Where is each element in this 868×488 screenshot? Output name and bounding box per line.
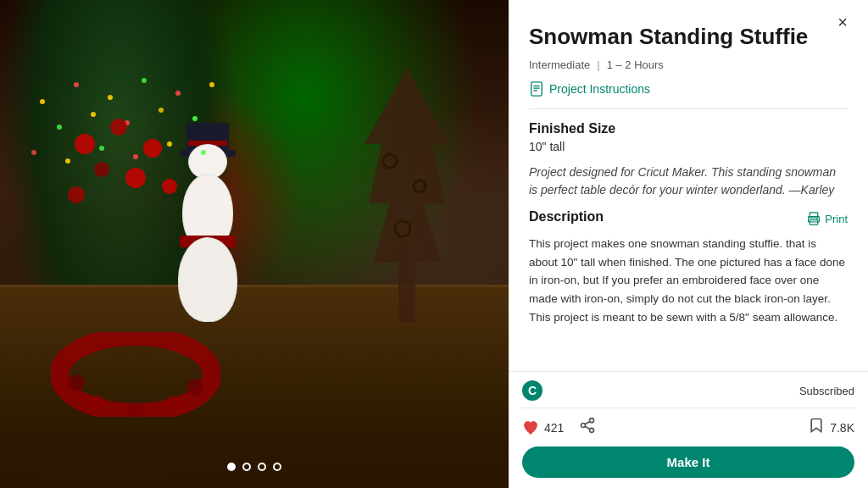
print-button[interactable]: Print bbox=[807, 212, 848, 225]
project-title: Snowman Standing Stuffie bbox=[529, 24, 848, 50]
svg-point-12 bbox=[108, 95, 113, 100]
print-label: Print bbox=[825, 213, 848, 225]
main-image bbox=[0, 0, 509, 488]
dot-2[interactable] bbox=[242, 463, 251, 471]
svg-point-41 bbox=[816, 219, 818, 220]
bookmark-button[interactable] bbox=[808, 417, 825, 438]
cricut-icon: C bbox=[522, 380, 542, 401]
dot-1[interactable] bbox=[227, 463, 236, 471]
finished-size-section: Finished Size 10" tall bbox=[529, 121, 848, 153]
like-count: 421 bbox=[544, 421, 564, 435]
instructions-label: Project Instructions bbox=[549, 82, 650, 96]
svg-point-27 bbox=[75, 134, 95, 154]
bookmark-section: 7.8K bbox=[808, 417, 854, 438]
svg-rect-38 bbox=[810, 213, 818, 218]
svg-point-8 bbox=[165, 396, 182, 413]
like-button[interactable] bbox=[522, 419, 539, 436]
svg-line-46 bbox=[586, 421, 591, 424]
detail-panel: × Snowman Standing Stuffie Intermediate … bbox=[509, 0, 868, 488]
wooden-tree bbox=[356, 59, 458, 334]
tree-ornaments bbox=[34, 102, 203, 274]
svg-point-31 bbox=[125, 168, 146, 188]
svg-point-42 bbox=[590, 419, 594, 423]
divider-1 bbox=[529, 108, 848, 109]
svg-point-32 bbox=[68, 186, 85, 203]
svg-point-43 bbox=[581, 424, 586, 428]
project-blurb: Project designed for Cricut Maker. This … bbox=[529, 164, 848, 199]
difficulty-label: Intermediate bbox=[529, 58, 590, 71]
finished-size-label: Finished Size bbox=[529, 121, 848, 136]
svg-line-45 bbox=[586, 426, 591, 429]
description-label: Description bbox=[529, 209, 604, 225]
svg-point-15 bbox=[209, 82, 214, 87]
bookmark-count: 7.8K bbox=[830, 421, 854, 435]
bottom-spacer bbox=[529, 326, 848, 340]
dot-4[interactable] bbox=[273, 463, 281, 471]
svg-point-6 bbox=[89, 396, 106, 413]
share-button[interactable] bbox=[579, 417, 596, 438]
svg-point-5 bbox=[68, 374, 85, 391]
svg-rect-34 bbox=[531, 82, 542, 96]
subscribed-row: C Subscribed bbox=[522, 372, 854, 408]
description-header: Description Print bbox=[529, 209, 848, 228]
make-it-button[interactable]: Make It bbox=[522, 446, 854, 478]
description-text: This project makes one snowman standing … bbox=[529, 235, 848, 326]
red-garland bbox=[51, 332, 220, 420]
time-label: 1 – 2 Hours bbox=[607, 58, 664, 71]
bookmark-icon bbox=[808, 417, 825, 434]
image-panel bbox=[0, 0, 509, 488]
svg-point-11 bbox=[74, 82, 79, 87]
bottom-bar: C Subscribed 421 bbox=[509, 371, 868, 446]
svg-marker-0 bbox=[364, 68, 449, 322]
instructions-icon bbox=[529, 81, 544, 97]
detail-scrollable[interactable]: Snowman Standing Stuffie Intermediate | … bbox=[509, 0, 868, 371]
like-section: 421 bbox=[522, 417, 596, 438]
svg-point-30 bbox=[94, 162, 109, 177]
dot-3[interactable] bbox=[258, 463, 266, 471]
finished-size-value: 10" tall bbox=[529, 140, 848, 153]
instructions-link[interactable]: Project Instructions bbox=[529, 81, 848, 97]
svg-point-28 bbox=[110, 119, 127, 136]
subscribed-label: Subscribed bbox=[799, 385, 854, 397]
svg-point-29 bbox=[143, 139, 162, 158]
actions-row: 421 7.8K bbox=[522, 408, 854, 446]
svg-point-9 bbox=[186, 379, 203, 396]
heart-icon bbox=[522, 419, 539, 436]
slide-dots bbox=[227, 463, 281, 471]
close-button[interactable]: × bbox=[831, 10, 854, 34]
svg-point-44 bbox=[590, 428, 594, 432]
meta-divider: | bbox=[597, 58, 599, 71]
svg-point-33 bbox=[162, 179, 177, 194]
printer-icon bbox=[807, 212, 821, 225]
share-icon bbox=[579, 417, 596, 434]
meta-row: Intermediate | 1 – 2 Hours bbox=[529, 58, 848, 71]
svg-point-14 bbox=[175, 91, 181, 96]
svg-point-4 bbox=[59, 336, 212, 413]
svg-point-13 bbox=[142, 78, 147, 83]
